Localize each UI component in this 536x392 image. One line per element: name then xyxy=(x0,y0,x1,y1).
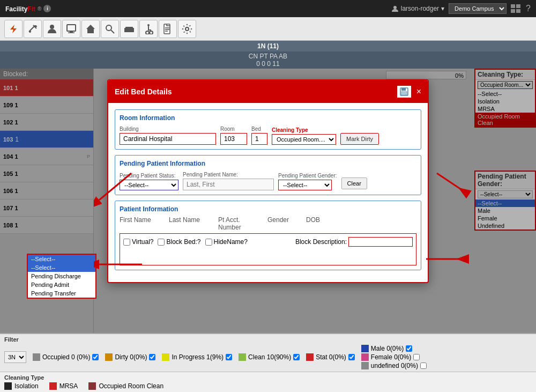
patient-info-section: Patient Information First Name Last Name… xyxy=(115,201,421,270)
last-name-col-header: Last Name xyxy=(169,216,212,231)
pending-name-input[interactable] xyxy=(183,179,274,190)
room-input[interactable] xyxy=(220,133,247,145)
logo-text: FacilityFit xyxy=(5,4,35,13)
block-bed-label: Block Bed:? xyxy=(166,238,200,246)
filter-female: Female 0(0%) xyxy=(361,353,427,361)
app-logo: FacilityFit ® i xyxy=(5,4,51,13)
filter-occupied: Occupied 0 (0%) xyxy=(33,353,99,361)
svg-point-19 xyxy=(150,31,153,34)
svg-rect-8 xyxy=(67,25,76,31)
svg-rect-4 xyxy=(516,9,520,13)
filter-male: Male 0(0%) xyxy=(361,345,427,352)
bed-button[interactable] xyxy=(120,20,138,38)
filter-dirty: Dirty 0(0%) xyxy=(105,353,155,361)
virtual-checkbox[interactable] xyxy=(123,239,130,246)
pending-patient-section: Pending Patient Information Pending Pati… xyxy=(115,155,421,195)
pending-gender-label: Pending Patient Gender: xyxy=(278,173,337,179)
svg-rect-2 xyxy=(516,4,520,8)
legend-isolation: Isolation xyxy=(4,382,39,390)
svg-point-6 xyxy=(29,31,31,33)
header-right: larson-rodger ▾ Demo Campus ? xyxy=(391,3,531,14)
pending-info-title: Pending Patient Information xyxy=(120,160,205,167)
female-checkbox[interactable] xyxy=(413,354,420,360)
info-icon[interactable]: i xyxy=(43,5,51,12)
mark-dirty-button[interactable]: Mark Dirty xyxy=(340,133,379,145)
pending-gender-select-input[interactable]: --Select-- Male Female Undefined xyxy=(278,180,332,190)
pending-status-select-option[interactable]: --Select-- xyxy=(28,255,95,263)
pending-status-select-input[interactable]: --Select-- Pending Discharge Pending Adm… xyxy=(120,180,178,190)
pending-status-select2[interactable]: --Select-- xyxy=(28,263,95,272)
clear-button[interactable]: Clear xyxy=(341,177,367,189)
mrsa-label: MRSA xyxy=(59,382,78,390)
svg-rect-3 xyxy=(511,9,515,13)
logo-registered: ® xyxy=(38,6,41,12)
building-field: Building xyxy=(120,126,216,145)
gender-filters: Male 0(0%) Female 0(0%) undefined 0(0%) xyxy=(361,345,427,369)
svg-point-0 xyxy=(393,6,397,9)
clean-checkbox[interactable] xyxy=(293,354,300,360)
hide-name-checkbox[interactable] xyxy=(205,239,212,246)
inprogress-checkbox[interactable] xyxy=(226,354,232,360)
cleaning-legend: Cleaning Type Isolation MRSA Occupied Ro… xyxy=(0,372,536,392)
male-color xyxy=(361,345,369,352)
occupied-color xyxy=(33,353,40,361)
person-button[interactable] xyxy=(43,20,61,38)
save-button[interactable] xyxy=(396,85,412,99)
grid-icon[interactable] xyxy=(511,4,522,13)
help-icon[interactable]: ? xyxy=(526,4,531,13)
undefined-checkbox[interactable] xyxy=(420,363,427,369)
pending-name-field: Pending Patient Name: xyxy=(183,172,274,190)
modal-body: Room Information Building Room xyxy=(108,103,428,282)
user-dropdown-icon[interactable]: ▾ xyxy=(441,5,444,12)
filter-unit-select[interactable]: 3N xyxy=(4,351,26,363)
svg-point-18 xyxy=(146,31,149,34)
block-desc-input[interactable] xyxy=(348,237,413,247)
main-toolbar xyxy=(0,17,536,41)
building-input[interactable] xyxy=(120,133,216,145)
block-desc-label: Block Description: xyxy=(295,238,347,246)
flash-button[interactable] xyxy=(4,20,23,38)
isolation-color xyxy=(4,382,12,390)
inprogress-color xyxy=(162,353,169,361)
campus-select[interactable]: Demo Campus xyxy=(449,3,507,14)
monitor-button[interactable] xyxy=(62,20,80,38)
isolation-label: Isolation xyxy=(14,382,39,390)
svg-rect-27 xyxy=(402,92,406,94)
user-icon xyxy=(391,5,399,12)
patient-data-row: Virtual? Block Bed:? HideName? xyxy=(120,233,416,265)
settings-button[interactable] xyxy=(178,20,196,38)
occupied-checkbox[interactable] xyxy=(92,354,99,360)
stat-checkbox[interactable] xyxy=(348,354,355,360)
building-label: Building xyxy=(120,126,216,132)
document-button[interactable] xyxy=(159,20,177,38)
filter-stat: Stat 0(0%) xyxy=(306,353,355,361)
virtual-field: Virtual? xyxy=(123,238,153,246)
stats-labels: CN PT PA AB xyxy=(1,53,535,60)
wheelchair-button[interactable] xyxy=(139,20,158,38)
stat-color xyxy=(306,353,314,361)
virtual-label: Virtual? xyxy=(132,238,153,246)
pending-status-admit[interactable]: Pending Admit xyxy=(28,280,95,289)
bed-input[interactable] xyxy=(251,133,267,145)
username: larson-rodger xyxy=(401,5,439,12)
room-label: Room xyxy=(220,126,247,132)
modal-close-button[interactable]: × xyxy=(416,87,421,96)
hide-name-field: HideName? xyxy=(205,238,248,246)
dirty-checkbox[interactable] xyxy=(149,354,155,360)
filter-clean: Clean 10(90%) xyxy=(239,353,300,361)
pending-status-discharge[interactable]: Pending Discharge xyxy=(28,272,95,280)
unit-stats: CN PT PA AB 0 0 0 11 xyxy=(0,51,536,69)
cleaning-type-field-label: Cleaning Type xyxy=(272,127,336,133)
tools-button[interactable] xyxy=(24,20,42,38)
bed-field: Bed xyxy=(251,126,267,145)
search-button[interactable] xyxy=(101,20,119,38)
cleaning-type-dropdown[interactable]: Occupied Room.... xyxy=(272,134,336,145)
block-bed-checkbox[interactable] xyxy=(158,239,165,246)
pending-status-transfer[interactable]: Pending Transfer xyxy=(28,289,95,298)
filter-title: Filter xyxy=(4,336,532,343)
svg-point-7 xyxy=(50,25,54,29)
legend-occupied-clean: Occupied Room Clean xyxy=(88,382,163,390)
male-checkbox[interactable] xyxy=(406,345,412,352)
dob-col-header: DOB xyxy=(306,216,338,231)
home-button[interactable] xyxy=(81,20,100,38)
